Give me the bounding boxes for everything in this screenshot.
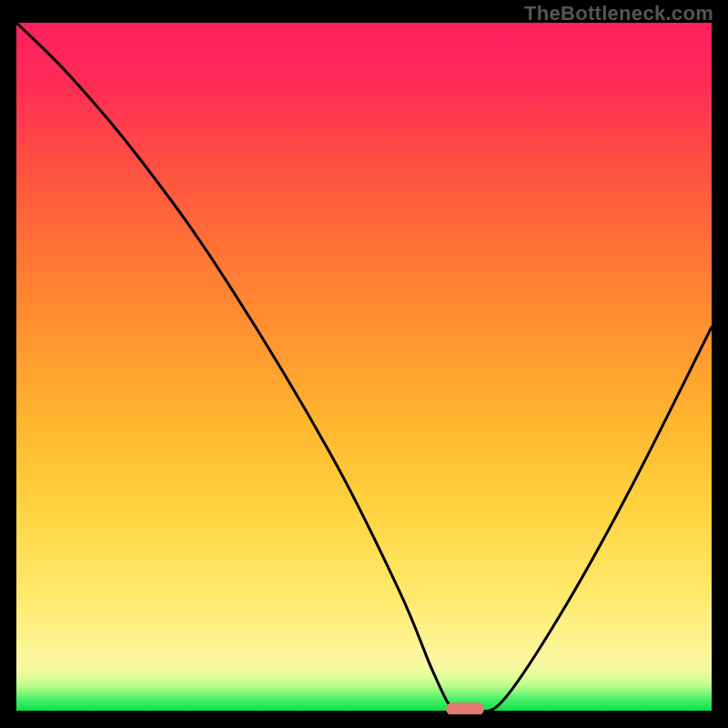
watermark-text: TheBottleneck.com: [524, 2, 713, 25]
plot-area: [16, 23, 712, 714]
optimal-marker: [446, 703, 484, 714]
chart-container: TheBottleneck.com: [0, 0, 728, 728]
plot-inner: [16, 23, 712, 714]
bottleneck-curve: [16, 23, 712, 714]
